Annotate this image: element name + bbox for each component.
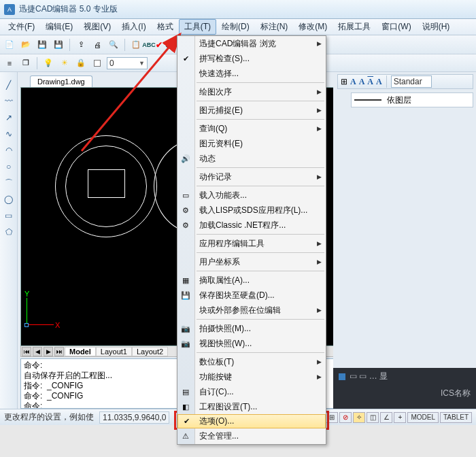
menu-item-功能按键[interactable]: 功能按键▶: [177, 369, 326, 384]
menu-item-安全管理[interactable]: ⚠安全管理...: [177, 428, 326, 443]
menu-item-快速选择[interactable]: 快速选择...: [177, 66, 326, 81]
polar-toggle[interactable]: ✧: [353, 412, 365, 423]
model-toggle[interactable]: MODEL: [407, 412, 439, 423]
menu-item-拍摄快照M[interactable]: 📷拍摄快照(M)...: [177, 321, 326, 336]
circle-tool-icon[interactable]: ○: [3, 160, 15, 173]
lock-icon[interactable]: 🔒: [74, 56, 88, 70]
last-tab-icon[interactable]: ⏭: [54, 347, 64, 356]
menu-item-保存图块至硬盘D[interactable]: 💾保存图块至硬盘(D)...: [177, 288, 326, 303]
menu-item-图元捕捉E[interactable]: 图元捕捉(E)▶: [177, 103, 326, 118]
pline-tool-icon[interactable]: 〰: [3, 95, 15, 107]
tablet-toggle[interactable]: TABLET: [440, 412, 472, 423]
menu-item-拼写检查S[interactable]: ✔拼写检查(S)...: [177, 51, 326, 66]
menu-工具t[interactable]: 工具(T): [179, 19, 216, 35]
menu-视图v[interactable]: 视图(V): [78, 19, 116, 35]
menu-item-数位板T[interactable]: 数位板(T)▶: [177, 354, 326, 369]
menu-item-迅捷CAD编辑器 浏览[interactable]: 迅捷CAD编辑器 浏览▶: [177, 36, 326, 51]
menu-item-icon: ▭: [180, 190, 191, 201]
spell-icon[interactable]: ABC✔: [146, 38, 159, 52]
arc-tool-icon[interactable]: ◠: [3, 144, 15, 156]
save-icon[interactable]: 💾: [35, 38, 49, 52]
ellipse-tool-icon[interactable]: ◯: [3, 193, 15, 205]
menu-item-图元资料E[interactable]: 图元资料(E): [177, 136, 326, 151]
menu-item-视图快照W[interactable]: 📷视图快照(W)...: [177, 336, 326, 351]
menu-item-label: 自订(C)...: [199, 386, 234, 398]
saveall-icon[interactable]: 💾: [52, 38, 65, 52]
dim-icon[interactable]: ⊞: [341, 77, 347, 86]
lwt-toggle[interactable]: +: [394, 412, 406, 423]
color-swatch[interactable]: [90, 56, 104, 70]
menu-拓展工具[interactable]: 拓展工具: [333, 19, 376, 35]
layers-icon[interactable]: ❐: [19, 56, 33, 70]
rect-tool-icon[interactable]: ▭: [3, 209, 15, 222]
menu-文件f[interactable]: 文件(F): [3, 19, 40, 35]
layer-combo[interactable]: 0▼: [107, 57, 148, 69]
prev-tab-icon[interactable]: ◀: [33, 347, 42, 356]
menu-窗口w[interactable]: 窗口(W): [376, 19, 416, 35]
layer-icon[interactable]: ≡: [3, 56, 16, 70]
menu-item-载入LISP或SDS应用[interactable]: ⚙载入LISP或SDS应用程序(L)...: [177, 203, 326, 218]
menu-item-icon: [180, 171, 191, 182]
shape-rect: [88, 169, 125, 198]
menu-item-查询Q[interactable]: 查询(Q)▶: [177, 121, 326, 136]
text-style-combo[interactable]: Standar: [391, 75, 432, 88]
open-icon[interactable]: 📂: [19, 38, 33, 52]
menu-item-icon: 📷: [180, 338, 191, 349]
app-mini-icon: [339, 373, 345, 380]
menu-item-摘取属性A[interactable]: ▦摘取属性(A)...: [177, 273, 326, 288]
style-a-icon[interactable]: A: [359, 77, 365, 87]
menu-item-应用程序编辑工具[interactable]: 应用程序编辑工具▶: [177, 236, 326, 251]
arc2-tool-icon[interactable]: ⌒: [3, 177, 15, 189]
menu-item-块或外部参照在位编辑[interactable]: 块或外部参照在位编辑▶: [177, 303, 326, 318]
preview-icon[interactable]: 🔍: [107, 38, 120, 52]
layer-current: 0: [109, 58, 114, 68]
style-a-bar-icon[interactable]: A: [367, 77, 373, 87]
osnap-toggle[interactable]: ◫: [367, 412, 379, 423]
line-tool-icon[interactable]: ╱: [3, 79, 15, 91]
menu-说明h[interactable]: 说明(H): [417, 19, 456, 35]
menu-修改m[interactable]: 修改(M): [293, 19, 333, 35]
menu-编辑e[interactable]: 编辑(E): [40, 19, 78, 35]
menu-item-用户坐标系[interactable]: 用户坐标系▶: [177, 254, 326, 269]
menu-item-label: 选项(O)...: [199, 416, 234, 427]
layout-tab-1[interactable]: Layout1: [96, 347, 132, 356]
menu-item-绘图次序[interactable]: 绘图次序▶: [177, 84, 326, 99]
menu-item-动态[interactable]: 🔊动态: [177, 151, 326, 166]
polygon-tool-icon[interactable]: ⬠: [3, 226, 15, 238]
menu-item-选项O[interactable]: ✔选项(O)...: [177, 414, 326, 428]
toggle-icon[interactable]: ◐: [162, 38, 175, 52]
first-tab-icon[interactable]: ⏮: [22, 347, 31, 356]
menu-item-动作记录[interactable]: 动作记录▶: [177, 169, 326, 184]
submenu-arrow-icon: ▶: [317, 307, 322, 314]
menu-标注n[interactable]: 标注(N): [255, 19, 294, 35]
layout-tab-model[interactable]: Model: [65, 347, 96, 356]
menu-item-icon: [180, 68, 191, 79]
menu-item-label: 快速选择...: [199, 68, 239, 80]
ray-tool-icon[interactable]: ↗: [3, 112, 15, 124]
menu-绘制d[interactable]: 绘制(D): [216, 19, 255, 35]
bulb-on-icon[interactable]: 💡: [41, 56, 55, 70]
document-tab[interactable]: Drawing1.dwg: [30, 75, 92, 87]
menu-item-自订C[interactable]: ▤自订(C)...: [177, 384, 326, 399]
print-icon[interactable]: 🖨: [90, 38, 104, 52]
copy-icon[interactable]: 📋: [129, 38, 143, 52]
submenu-arrow-icon: ▶: [317, 358, 322, 365]
next-tab-icon[interactable]: ▶: [44, 347, 53, 356]
menu-插入i[interactable]: 插入(I): [116, 19, 151, 35]
menu-item-工程图设置T[interactable]: ◧工程图设置(T)...: [177, 399, 326, 414]
layout-tab-2[interactable]: Layout2: [132, 347, 168, 356]
menu-格式[interactable]: 格式: [152, 19, 179, 35]
window-title: 迅捷CAD编辑器 5.0 专业版: [19, 3, 118, 15]
new-icon[interactable]: 📄: [3, 38, 16, 52]
menu-item-label: 查询(Q): [199, 123, 227, 135]
sun-icon[interactable]: ☀: [58, 56, 71, 70]
menu-item-加载Classic NE[interactable]: ⚙加载Classic .NET程序...: [177, 218, 326, 233]
grid-toggle[interactable]: ⊞: [326, 412, 338, 423]
spline-tool-icon[interactable]: ∿: [3, 128, 15, 140]
style-a-icon[interactable]: A: [376, 77, 382, 87]
export-icon[interactable]: ⇪: [74, 38, 88, 52]
menu-item-载入功能表[interactable]: ▭载入功能表...: [177, 188, 326, 203]
style-a-icon[interactable]: A: [350, 77, 356, 87]
ortho-toggle[interactable]: ⊘: [339, 412, 352, 423]
otrack-toggle[interactable]: ∠: [380, 412, 392, 423]
